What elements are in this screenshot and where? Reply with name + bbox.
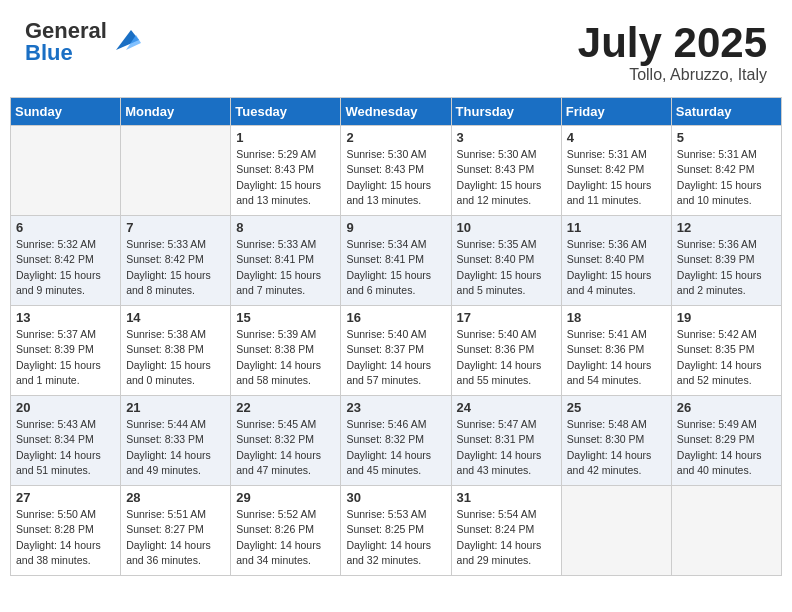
calendar-cell: 23Sunrise: 5:46 AMSunset: 8:32 PMDayligh… [341, 396, 451, 486]
calendar-cell: 16Sunrise: 5:40 AMSunset: 8:37 PMDayligh… [341, 306, 451, 396]
day-number: 6 [16, 220, 115, 235]
day-info: Sunrise: 5:34 AMSunset: 8:41 PMDaylight:… [346, 237, 445, 298]
calendar-cell: 21Sunrise: 5:44 AMSunset: 8:33 PMDayligh… [121, 396, 231, 486]
calendar-cell: 1Sunrise: 5:29 AMSunset: 8:43 PMDaylight… [231, 126, 341, 216]
day-number: 4 [567, 130, 666, 145]
calendar-cell: 30Sunrise: 5:53 AMSunset: 8:25 PMDayligh… [341, 486, 451, 576]
day-number: 24 [457, 400, 556, 415]
day-number: 26 [677, 400, 776, 415]
day-number: 25 [567, 400, 666, 415]
month-title: July 2025 [578, 20, 767, 66]
calendar-week-row: 13Sunrise: 5:37 AMSunset: 8:39 PMDayligh… [11, 306, 782, 396]
day-info: Sunrise: 5:35 AMSunset: 8:40 PMDaylight:… [457, 237, 556, 298]
day-number: 28 [126, 490, 225, 505]
day-info: Sunrise: 5:45 AMSunset: 8:32 PMDaylight:… [236, 417, 335, 478]
day-info: Sunrise: 5:49 AMSunset: 8:29 PMDaylight:… [677, 417, 776, 478]
calendar-cell [561, 486, 671, 576]
calendar-cell: 28Sunrise: 5:51 AMSunset: 8:27 PMDayligh… [121, 486, 231, 576]
day-number: 7 [126, 220, 225, 235]
day-info: Sunrise: 5:40 AMSunset: 8:36 PMDaylight:… [457, 327, 556, 388]
calendar-cell: 25Sunrise: 5:48 AMSunset: 8:30 PMDayligh… [561, 396, 671, 486]
day-info: Sunrise: 5:38 AMSunset: 8:38 PMDaylight:… [126, 327, 225, 388]
calendar-cell: 5Sunrise: 5:31 AMSunset: 8:42 PMDaylight… [671, 126, 781, 216]
calendar-cell: 7Sunrise: 5:33 AMSunset: 8:42 PMDaylight… [121, 216, 231, 306]
day-number: 3 [457, 130, 556, 145]
calendar-cell: 3Sunrise: 5:30 AMSunset: 8:43 PMDaylight… [451, 126, 561, 216]
calendar-cell: 6Sunrise: 5:32 AMSunset: 8:42 PMDaylight… [11, 216, 121, 306]
calendar-cell: 15Sunrise: 5:39 AMSunset: 8:38 PMDayligh… [231, 306, 341, 396]
calendar-table: SundayMondayTuesdayWednesdayThursdayFrid… [10, 97, 782, 576]
calendar-week-row: 27Sunrise: 5:50 AMSunset: 8:28 PMDayligh… [11, 486, 782, 576]
calendar-cell: 24Sunrise: 5:47 AMSunset: 8:31 PMDayligh… [451, 396, 561, 486]
weekday-header-monday: Monday [121, 98, 231, 126]
day-number: 23 [346, 400, 445, 415]
day-number: 17 [457, 310, 556, 325]
day-info: Sunrise: 5:50 AMSunset: 8:28 PMDaylight:… [16, 507, 115, 568]
day-number: 21 [126, 400, 225, 415]
calendar-cell: 4Sunrise: 5:31 AMSunset: 8:42 PMDaylight… [561, 126, 671, 216]
calendar-cell: 8Sunrise: 5:33 AMSunset: 8:41 PMDaylight… [231, 216, 341, 306]
weekday-header-sunday: Sunday [11, 98, 121, 126]
day-number: 30 [346, 490, 445, 505]
day-number: 12 [677, 220, 776, 235]
weekday-header-thursday: Thursday [451, 98, 561, 126]
day-info: Sunrise: 5:30 AMSunset: 8:43 PMDaylight:… [457, 147, 556, 208]
calendar-cell: 20Sunrise: 5:43 AMSunset: 8:34 PMDayligh… [11, 396, 121, 486]
day-number: 13 [16, 310, 115, 325]
logo-icon [111, 25, 141, 55]
day-number: 27 [16, 490, 115, 505]
calendar-cell: 9Sunrise: 5:34 AMSunset: 8:41 PMDaylight… [341, 216, 451, 306]
weekday-header-tuesday: Tuesday [231, 98, 341, 126]
weekday-header-row: SundayMondayTuesdayWednesdayThursdayFrid… [11, 98, 782, 126]
day-number: 11 [567, 220, 666, 235]
logo: General Blue [25, 20, 141, 64]
day-info: Sunrise: 5:37 AMSunset: 8:39 PMDaylight:… [16, 327, 115, 388]
calendar-cell: 12Sunrise: 5:36 AMSunset: 8:39 PMDayligh… [671, 216, 781, 306]
weekday-header-saturday: Saturday [671, 98, 781, 126]
day-info: Sunrise: 5:46 AMSunset: 8:32 PMDaylight:… [346, 417, 445, 478]
calendar-cell: 2Sunrise: 5:30 AMSunset: 8:43 PMDaylight… [341, 126, 451, 216]
day-info: Sunrise: 5:32 AMSunset: 8:42 PMDaylight:… [16, 237, 115, 298]
calendar-cell: 10Sunrise: 5:35 AMSunset: 8:40 PMDayligh… [451, 216, 561, 306]
day-info: Sunrise: 5:40 AMSunset: 8:37 PMDaylight:… [346, 327, 445, 388]
day-number: 1 [236, 130, 335, 145]
day-number: 20 [16, 400, 115, 415]
calendar-week-row: 6Sunrise: 5:32 AMSunset: 8:42 PMDaylight… [11, 216, 782, 306]
day-info: Sunrise: 5:44 AMSunset: 8:33 PMDaylight:… [126, 417, 225, 478]
calendar-cell [121, 126, 231, 216]
day-number: 9 [346, 220, 445, 235]
calendar-cell: 29Sunrise: 5:52 AMSunset: 8:26 PMDayligh… [231, 486, 341, 576]
calendar-cell: 11Sunrise: 5:36 AMSunset: 8:40 PMDayligh… [561, 216, 671, 306]
day-info: Sunrise: 5:29 AMSunset: 8:43 PMDaylight:… [236, 147, 335, 208]
day-info: Sunrise: 5:33 AMSunset: 8:42 PMDaylight:… [126, 237, 225, 298]
calendar-cell [671, 486, 781, 576]
calendar-week-row: 20Sunrise: 5:43 AMSunset: 8:34 PMDayligh… [11, 396, 782, 486]
calendar-week-row: 1Sunrise: 5:29 AMSunset: 8:43 PMDaylight… [11, 126, 782, 216]
day-info: Sunrise: 5:36 AMSunset: 8:39 PMDaylight:… [677, 237, 776, 298]
day-info: Sunrise: 5:51 AMSunset: 8:27 PMDaylight:… [126, 507, 225, 568]
day-info: Sunrise: 5:42 AMSunset: 8:35 PMDaylight:… [677, 327, 776, 388]
calendar-cell: 14Sunrise: 5:38 AMSunset: 8:38 PMDayligh… [121, 306, 231, 396]
day-number: 8 [236, 220, 335, 235]
day-number: 2 [346, 130, 445, 145]
day-info: Sunrise: 5:31 AMSunset: 8:42 PMDaylight:… [567, 147, 666, 208]
day-info: Sunrise: 5:53 AMSunset: 8:25 PMDaylight:… [346, 507, 445, 568]
weekday-header-wednesday: Wednesday [341, 98, 451, 126]
calendar-cell: 27Sunrise: 5:50 AMSunset: 8:28 PMDayligh… [11, 486, 121, 576]
title-block: July 2025 Tollo, Abruzzo, Italy [578, 20, 767, 84]
calendar-cell [11, 126, 121, 216]
day-info: Sunrise: 5:33 AMSunset: 8:41 PMDaylight:… [236, 237, 335, 298]
calendar-cell: 31Sunrise: 5:54 AMSunset: 8:24 PMDayligh… [451, 486, 561, 576]
day-number: 16 [346, 310, 445, 325]
day-info: Sunrise: 5:43 AMSunset: 8:34 PMDaylight:… [16, 417, 115, 478]
calendar-cell: 13Sunrise: 5:37 AMSunset: 8:39 PMDayligh… [11, 306, 121, 396]
day-info: Sunrise: 5:31 AMSunset: 8:42 PMDaylight:… [677, 147, 776, 208]
day-info: Sunrise: 5:52 AMSunset: 8:26 PMDaylight:… [236, 507, 335, 568]
day-info: Sunrise: 5:48 AMSunset: 8:30 PMDaylight:… [567, 417, 666, 478]
weekday-header-friday: Friday [561, 98, 671, 126]
calendar-cell: 17Sunrise: 5:40 AMSunset: 8:36 PMDayligh… [451, 306, 561, 396]
calendar-cell: 26Sunrise: 5:49 AMSunset: 8:29 PMDayligh… [671, 396, 781, 486]
logo-general-text: General [25, 20, 107, 42]
location-text: Tollo, Abruzzo, Italy [578, 66, 767, 84]
calendar-cell: 22Sunrise: 5:45 AMSunset: 8:32 PMDayligh… [231, 396, 341, 486]
